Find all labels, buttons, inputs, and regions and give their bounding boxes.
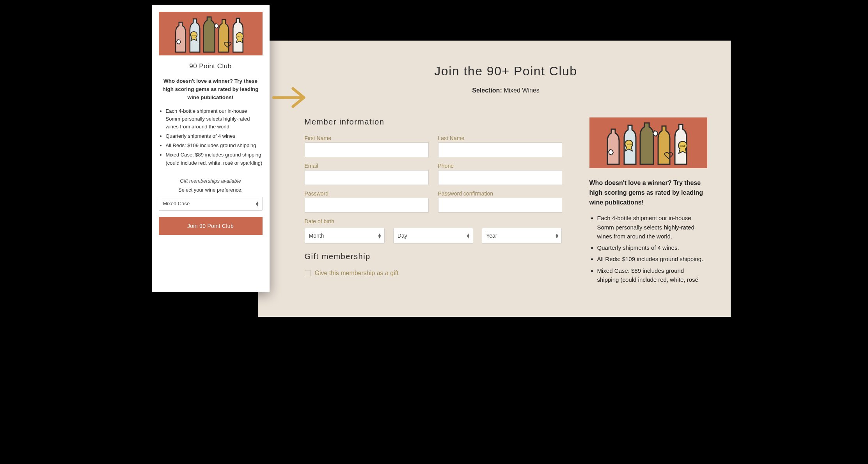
card-bullets: Each 4-bottle shipment our in-house Somm… <box>159 107 263 167</box>
list-item: Each 4-bottle shipment our in-house Somm… <box>166 107 263 131</box>
svg-marker-3 <box>653 131 658 136</box>
card-title: 90 Point Club <box>159 62 263 70</box>
gift-heading: Gift membership <box>305 252 562 261</box>
gift-note: Gift memberships available <box>159 178 263 184</box>
first-name-input[interactable] <box>305 142 429 157</box>
signup-page: Join the 90+ Point Club Selection: Mixed… <box>258 41 731 317</box>
selection-label: Selection: <box>472 87 502 94</box>
member-info-heading: Member information <box>305 117 562 126</box>
email-input[interactable] <box>305 170 429 185</box>
email-label: Email <box>305 163 429 169</box>
dob-label: Date of birth <box>305 218 562 224</box>
svg-marker-0 <box>609 149 613 155</box>
list-item: Mixed Case: $89 includes ground shipping… <box>597 266 707 284</box>
list-item: Quarterly shipments of 4 wines <box>166 132 263 140</box>
selection-value: Mixed Wines <box>504 87 540 94</box>
last-name-label: Last Name <box>438 135 562 141</box>
password-confirm-label: Password confirmation <box>438 190 562 197</box>
arrow-icon <box>270 84 309 111</box>
svg-text:YOU WIN: YOU WIN <box>625 143 633 146</box>
wine-bottles-illustration: YOU WIN GOLD <box>159 12 263 55</box>
password-input[interactable] <box>305 198 429 213</box>
sidebar-lead: Who doesn't love a winner? Try these hig… <box>589 178 707 207</box>
password-confirm-input[interactable] <box>438 198 562 213</box>
card-lead: Who doesn't love a winner? Try these hig… <box>159 77 263 102</box>
dob-month-select[interactable]: Month <box>305 228 385 244</box>
list-item: Each 4-bottle shipment our in-house Somm… <box>597 213 707 241</box>
member-form: Member information First Name Last Name <box>305 117 562 286</box>
wine-bottles-illustration: YOU WIN GOLD <box>589 117 707 168</box>
join-club-button[interactable]: Join 90 Point Club <box>159 217 263 235</box>
gift-checkbox-label: Give this membership as a gift <box>315 270 399 277</box>
list-item: Mixed Case: $89 includes ground shipping… <box>166 151 263 167</box>
list-item: All Reds: $109 includes ground shipping. <box>597 254 707 263</box>
svg-text:YOU WIN: YOU WIN <box>190 34 198 36</box>
list-item: All Reds: $109 includes ground shipping <box>166 142 263 149</box>
club-card: YOU WIN GOLD 90 Point Club Who doesn't l… <box>152 5 270 292</box>
dob-day-select[interactable]: Day <box>393 228 473 244</box>
gift-checkbox[interactable] <box>305 270 311 276</box>
selection-line: Selection: Mixed Wines <box>305 87 707 94</box>
svg-marker-9 <box>215 23 218 28</box>
page-title: Join the 90+ Point Club <box>305 64 707 78</box>
first-name-label: First Name <box>305 135 429 141</box>
dob-year-select[interactable]: Year <box>482 228 562 244</box>
preference-label: Select your wine preference: <box>159 187 263 193</box>
sidebar-bullets: Each 4-bottle shipment our in-house Somm… <box>589 213 707 284</box>
phone-label: Phone <box>438 163 562 169</box>
club-summary-sidebar: YOU WIN GOLD Who doesn't love a winner? … <box>589 117 707 286</box>
password-label: Password <box>305 190 429 197</box>
wine-preference-select[interactable]: Mixed Case <box>159 197 263 211</box>
svg-text:GOLD: GOLD <box>680 145 685 147</box>
list-item: Quarterly shipments of 4 wines. <box>597 243 707 252</box>
svg-marker-6 <box>177 39 181 44</box>
svg-text:GOLD: GOLD <box>237 36 242 37</box>
phone-input[interactable] <box>438 170 562 185</box>
last-name-input[interactable] <box>438 142 562 157</box>
